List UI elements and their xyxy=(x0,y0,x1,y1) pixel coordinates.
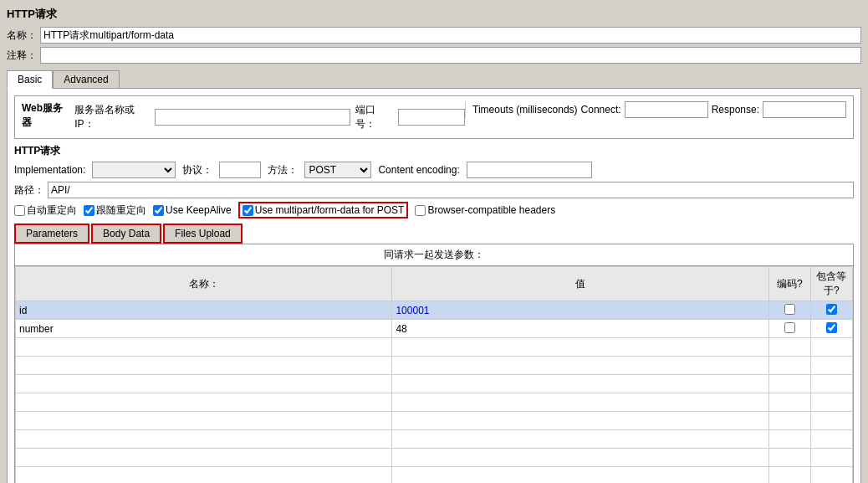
keep-alive-checkbox[interactable] xyxy=(153,205,164,216)
main-window: HTTP请求 名称： 注释： Basic Advanced Web服务器 服务器… xyxy=(0,0,868,483)
table-row-empty xyxy=(16,449,853,467)
name-row: 名称： xyxy=(7,27,861,44)
table-row-empty xyxy=(16,412,853,430)
server-left: Web服务器 服务器名称或IP： 端口号： xyxy=(22,101,465,133)
param-name-cell: id xyxy=(16,301,392,320)
protocol-label: 协议： xyxy=(182,163,212,177)
impl-label: Implementation: xyxy=(14,164,85,176)
method-select[interactable]: POST GET xyxy=(304,162,371,178)
include-checkbox[interactable] xyxy=(826,304,837,315)
auto-redirect-checkbox[interactable] xyxy=(14,205,25,216)
table-row-empty xyxy=(16,393,853,412)
comment-input[interactable] xyxy=(40,47,861,64)
param-value-cell: 48 xyxy=(392,320,768,338)
method-label: 方法： xyxy=(268,163,298,177)
path-input[interactable] xyxy=(48,182,854,198)
sub-tab-files-upload[interactable]: Files Upload xyxy=(163,224,243,244)
browser-headers-checkbox[interactable] xyxy=(415,205,426,216)
checkbox-row: 自动重定向 跟随重定向 Use KeepAlive Use multipart/… xyxy=(14,202,854,218)
sub-tab-bar: Parameters Body Data Files Upload xyxy=(14,224,854,244)
table-row-empty xyxy=(16,338,853,357)
web-server-section: Web服务器 服务器名称或IP： 端口号： Timeouts (millisec… xyxy=(14,95,854,139)
port-input[interactable] xyxy=(398,109,465,126)
impl-select[interactable] xyxy=(92,162,176,178)
response-input[interactable] xyxy=(763,101,846,118)
sub-tab-body-data[interactable]: Body Data xyxy=(91,224,161,244)
protocol-input[interactable] xyxy=(219,162,261,178)
comment-row: 注释： xyxy=(7,47,861,64)
connect-label: Connect: xyxy=(581,104,621,116)
col-name-header: 名称： xyxy=(16,267,392,301)
connect-input[interactable] xyxy=(625,101,708,118)
table-row-empty xyxy=(16,467,853,484)
path-row: 路径： xyxy=(14,182,854,198)
encode-checkbox[interactable] xyxy=(784,322,795,333)
tab-advanced[interactable]: Advanced xyxy=(53,70,119,89)
table-row[interactable]: number48 xyxy=(16,320,853,338)
response-label: Response: xyxy=(712,104,759,116)
auto-redirect-label: 自动重定向 xyxy=(27,203,77,218)
params-section: 同请求一起发送参数： 名称： 值 编码? 包含等于? id100001numbe… xyxy=(14,244,854,483)
tab-basic[interactable]: Basic xyxy=(7,70,53,89)
name-input[interactable] xyxy=(40,27,861,44)
multipart-check[interactable]: Use multipart/form-data for POST xyxy=(238,202,409,218)
param-encode-cell[interactable] xyxy=(768,320,810,338)
params-header: 同请求一起发送参数： xyxy=(15,244,853,266)
http-request-section: HTTP请求 Implementation: 协议： 方法： POST GET … xyxy=(14,144,854,483)
param-encode-cell[interactable] xyxy=(768,301,810,320)
server-name-input[interactable] xyxy=(155,109,351,126)
sub-tab-parameters[interactable]: Parameters xyxy=(14,224,89,244)
browser-headers-check[interactable]: Browser-compatible headers xyxy=(415,204,555,216)
param-include-cell[interactable] xyxy=(810,320,852,338)
name-label: 名称： xyxy=(7,28,37,43)
follow-redirect-check[interactable]: 跟随重定向 xyxy=(84,203,146,218)
table-row[interactable]: id100001 xyxy=(16,301,853,320)
http-request-label: HTTP请求 xyxy=(14,144,854,158)
col-encode-header: 编码? xyxy=(768,267,810,301)
port-label: 端口号： xyxy=(355,103,393,131)
auto-redirect-check[interactable]: 自动重定向 xyxy=(14,203,77,218)
include-checkbox[interactable] xyxy=(826,322,837,333)
keep-alive-label: Use KeepAlive xyxy=(166,204,232,216)
server-right: Timeouts (milliseconds) Connect: Respons… xyxy=(465,101,846,118)
params-table: 名称： 值 编码? 包含等于? id100001number48 xyxy=(15,266,853,483)
multipart-checkbox[interactable] xyxy=(243,205,253,216)
follow-redirect-label: 跟随重定向 xyxy=(96,203,146,218)
window-title: HTTP请求 xyxy=(7,7,861,22)
col-include-header: 包含等于? xyxy=(810,267,852,301)
param-include-cell[interactable] xyxy=(810,301,852,320)
comment-label: 注释： xyxy=(7,49,37,63)
multipart-label: Use multipart/form-data for POST xyxy=(255,204,405,216)
col-value-header: 值 xyxy=(392,267,768,301)
server-name-label: 服务器名称或IP： xyxy=(74,103,149,131)
param-value-cell: 100001 xyxy=(392,301,768,320)
param-name-cell: number xyxy=(16,320,392,338)
timeouts-label: Timeouts (milliseconds) xyxy=(472,104,578,116)
keep-alive-check[interactable]: Use KeepAlive xyxy=(153,204,232,216)
path-label: 路径： xyxy=(14,183,44,198)
table-row-empty xyxy=(16,375,853,393)
encode-checkbox[interactable] xyxy=(784,304,795,315)
content-encoding-input[interactable] xyxy=(467,162,592,178)
tab-basic-content: Web服务器 服务器名称或IP： 端口号： Timeouts (millisec… xyxy=(7,88,861,483)
http-options-row: Implementation: 协议： 方法： POST GET Content… xyxy=(14,162,854,178)
content-encoding-label: Content encoding: xyxy=(378,164,459,176)
web-server-label: Web服务器 xyxy=(22,101,69,130)
follow-redirect-checkbox[interactable] xyxy=(84,205,94,216)
table-row-empty xyxy=(16,430,853,449)
main-tab-bar: Basic Advanced xyxy=(7,70,861,89)
browser-headers-label: Browser-compatible headers xyxy=(427,204,555,216)
table-row-empty xyxy=(16,357,853,375)
server-panel: Web服务器 服务器名称或IP： 端口号： Timeouts (millisec… xyxy=(22,101,846,133)
